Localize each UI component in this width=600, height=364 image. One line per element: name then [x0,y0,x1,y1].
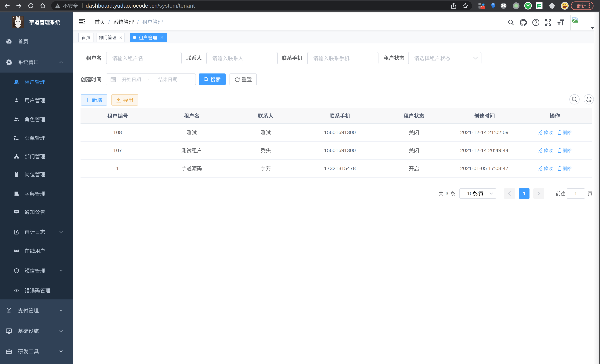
svg-text:10: 10 [481,6,485,9]
